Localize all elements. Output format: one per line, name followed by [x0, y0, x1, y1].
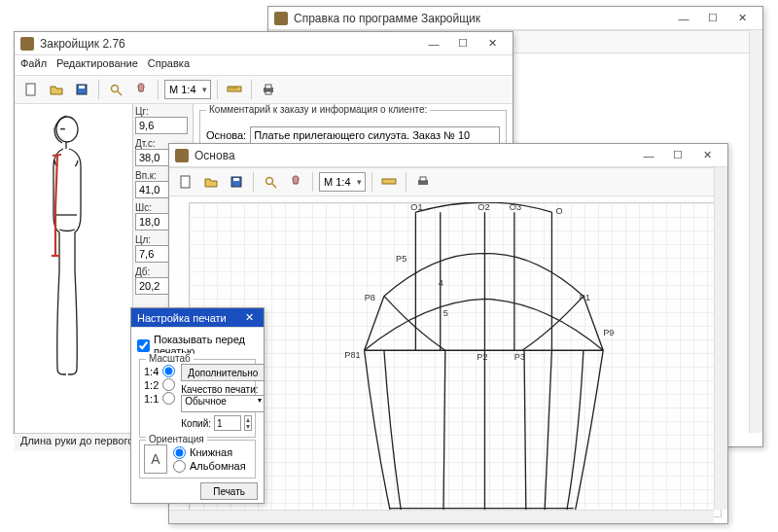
- svg-text:4: 4: [439, 278, 443, 288]
- svg-rect-11: [265, 91, 271, 94]
- help-min-button[interactable]: —: [669, 9, 698, 28]
- svg-line-15: [55, 155, 57, 207]
- open-icon[interactable]: [46, 79, 67, 100]
- main-min-button[interactable]: —: [419, 34, 448, 53]
- orientation-icon: А: [144, 444, 167, 474]
- separator: [251, 80, 252, 99]
- svg-text:Р3: Р3: [514, 352, 525, 362]
- svg-text:О2: О2: [477, 202, 489, 212]
- help-app-icon: [274, 12, 288, 25]
- svg-text:Р81: Р81: [344, 350, 360, 360]
- figure-illustration: [20, 110, 127, 411]
- find-icon[interactable]: [260, 171, 281, 193]
- separator: [158, 80, 159, 99]
- svg-text:5: 5: [443, 308, 448, 318]
- svg-text:О: О: [555, 206, 562, 216]
- scale-12[interactable]: 1:2: [144, 378, 175, 391]
- orient-portrait[interactable]: Книжная: [173, 446, 246, 459]
- copies-input[interactable]: [214, 415, 241, 431]
- torso-icon[interactable]: [285, 171, 306, 193]
- svg-rect-0: [26, 84, 35, 95]
- new-icon[interactable]: [175, 171, 196, 193]
- save-icon[interactable]: [71, 79, 92, 100]
- svg-text:Р8: Р8: [365, 293, 375, 302]
- svg-text:Р1: Р1: [580, 293, 590, 302]
- pattern-scroll-h[interactable]: [169, 510, 714, 523]
- torso-icon[interactable]: [130, 79, 152, 100]
- print-dialog: Настройка печати ✕ Показывать перед печа…: [130, 307, 265, 504]
- ruler-icon[interactable]: [378, 171, 400, 193]
- help-max-button[interactable]: ☐: [698, 9, 727, 28]
- help-title: Справка по программе Закройщик: [294, 12, 669, 25]
- menu-edit[interactable]: Редактирование: [56, 57, 138, 73]
- spinner-icon[interactable]: ▴▾: [244, 415, 252, 431]
- svg-point-3: [112, 86, 119, 92]
- pattern-close-button[interactable]: ✕: [692, 146, 722, 165]
- open-icon[interactable]: [200, 171, 222, 193]
- pattern-toolbar: М 1:4: [169, 167, 727, 196]
- svg-rect-10: [265, 85, 271, 89]
- print-button[interactable]: Печать: [200, 482, 258, 500]
- quality-select[interactable]: Обычное: [181, 395, 265, 412]
- svg-line-23: [272, 184, 276, 188]
- help-close-button[interactable]: ✕: [727, 9, 757, 28]
- svg-line-17: [53, 155, 61, 156]
- pattern-scroll-v[interactable]: [714, 167, 727, 510]
- svg-text:О1: О1: [410, 202, 422, 212]
- help-titlebar[interactable]: Справка по программе Закройщик — ☐ ✕: [268, 7, 762, 30]
- svg-text:О3: О3: [510, 202, 521, 212]
- menu-help[interactable]: Справка: [148, 57, 190, 73]
- scale-select[interactable]: М 1:4: [164, 80, 211, 99]
- pattern-titlebar[interactable]: Основа — ☐ ✕: [169, 144, 727, 167]
- m-input-0[interactable]: [135, 117, 188, 134]
- pattern-app-icon: [175, 149, 189, 162]
- print-icon[interactable]: [258, 79, 279, 100]
- comment-legend: Комментарий к заказу и информация о клие…: [206, 104, 430, 115]
- scale-legend: Масштаб: [146, 353, 194, 364]
- figure-pane: [15, 104, 133, 433]
- basis-input[interactable]: [250, 126, 500, 144]
- copies-label: Копий:: [181, 418, 211, 429]
- help-scrollbar[interactable]: [749, 30, 762, 433]
- separator: [217, 80, 218, 99]
- svg-rect-24: [382, 179, 396, 184]
- svg-rect-21: [233, 178, 239, 181]
- quality-label: Качество печати:: [181, 384, 265, 395]
- svg-text:Р9: Р9: [603, 328, 614, 337]
- advanced-button[interactable]: Дополнительно: [181, 364, 265, 381]
- main-titlebar[interactable]: Закройщик 2.76 — ☐ ✕: [15, 32, 513, 55]
- pattern-scale-select[interactable]: М 1:4: [319, 172, 366, 192]
- save-icon[interactable]: [226, 171, 247, 193]
- svg-line-4: [118, 91, 122, 95]
- main-title: Закройщик 2.76: [40, 37, 419, 51]
- orient-landscape[interactable]: Альбомная: [173, 460, 246, 473]
- main-close-button[interactable]: ✕: [477, 34, 507, 53]
- ruler-icon[interactable]: [224, 79, 245, 100]
- basis-label: Основа:: [206, 129, 246, 141]
- main-toolbar: М 1:4: [15, 75, 513, 104]
- main-app-icon: [20, 37, 34, 51]
- print-icon[interactable]: [412, 171, 434, 193]
- svg-rect-26: [420, 177, 426, 181]
- pattern-drawing: О1 О2 О3 О Р5 Р8 Р1 Р9 Р81 Р2 Р3 4 5 Л4 …: [189, 202, 722, 523]
- print-title: Настройка печати: [137, 312, 240, 324]
- scale-14[interactable]: 1:4: [144, 365, 175, 377]
- separator: [98, 80, 99, 99]
- pattern-title: Основа: [194, 149, 634, 162]
- m-label-0: Цг:: [135, 106, 191, 117]
- new-icon[interactable]: [20, 79, 42, 100]
- svg-point-22: [266, 178, 273, 185]
- pattern-min-button[interactable]: —: [634, 146, 663, 165]
- print-close-button[interactable]: ✕: [240, 308, 258, 328]
- svg-rect-2: [79, 86, 85, 89]
- svg-text:Р2: Р2: [477, 352, 487, 362]
- svg-rect-19: [181, 176, 190, 188]
- print-titlebar[interactable]: Настройка печати ✕: [131, 308, 264, 328]
- main-max-button[interactable]: ☐: [448, 34, 477, 53]
- main-menubar: Файл Редактирование Справка: [15, 55, 513, 75]
- scale-11[interactable]: 1:1: [144, 392, 175, 405]
- menu-file[interactable]: Файл: [20, 57, 47, 73]
- find-icon[interactable]: [105, 79, 126, 100]
- svg-text:Р5: Р5: [396, 254, 407, 264]
- pattern-max-button[interactable]: ☐: [663, 146, 692, 165]
